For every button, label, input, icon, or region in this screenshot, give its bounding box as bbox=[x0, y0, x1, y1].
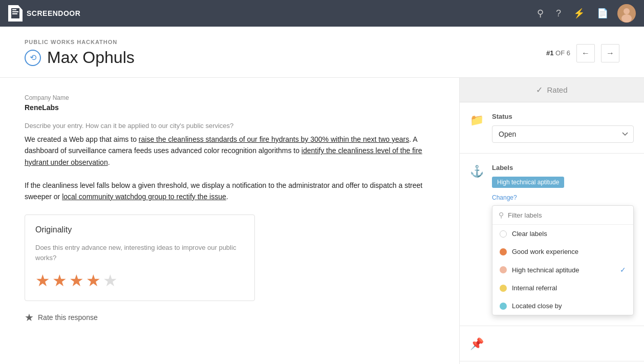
labels-label: Labels bbox=[492, 164, 634, 172]
label-item-high-tech[interactable]: High technical aptitude ✓ bbox=[492, 261, 633, 279]
svg-rect-1 bbox=[12, 9, 16, 10]
current-label-tag: High technical aptitude bbox=[492, 177, 564, 188]
tag-icon: ⚓ bbox=[470, 165, 484, 178]
user-avatar[interactable] bbox=[617, 4, 636, 23]
label-item-clear[interactable]: Clear labels bbox=[492, 225, 633, 243]
labels-search-input[interactable] bbox=[508, 211, 627, 219]
label-located-close-text: Located close by bbox=[512, 302, 562, 310]
company-name-label: Company Name bbox=[25, 94, 435, 101]
label-item-internal-ref[interactable]: Internal referral bbox=[492, 279, 633, 297]
left-panel: Company Name ReneLabs Describe your entr… bbox=[0, 78, 460, 364]
labels-search-bar: ⚲ bbox=[492, 206, 633, 225]
status-content: Status Open In Progress Closed Pending bbox=[492, 113, 634, 143]
answer-text: We created a Web app that aims to raise … bbox=[25, 134, 435, 202]
labels-search-icon: ⚲ bbox=[499, 211, 504, 219]
rate-response-label[interactable]: Rate this response bbox=[38, 313, 98, 322]
pinned-section: 📌 bbox=[460, 326, 644, 361]
label-dot-yellow bbox=[500, 285, 507, 292]
pin-icon: 📌 bbox=[470, 337, 484, 351]
rating-box: Originality Does this entry advance new,… bbox=[25, 215, 255, 301]
header-left: PUBLIC WORKS HACKATHON ⟲ Max Ophuls bbox=[25, 39, 135, 67]
label-good-work-text: Good work experience bbox=[512, 248, 578, 255]
status-label: Status bbox=[492, 113, 634, 120]
app-logo[interactable]: SCREENDOOR bbox=[8, 5, 80, 22]
status-select[interactable]: Open In Progress Closed Pending bbox=[492, 125, 634, 143]
change-label-link[interactable]: Change? bbox=[492, 194, 634, 201]
question-text: Describe your entry. How can it be appli… bbox=[25, 122, 435, 130]
lightning-icon[interactable]: ⚡ bbox=[570, 5, 588, 22]
content-area: Company Name ReneLabs Describe your entr… bbox=[0, 78, 644, 364]
svg-point-6 bbox=[621, 14, 632, 23]
rating-box-title: Originality bbox=[35, 225, 244, 234]
labels-section: ⚓ Labels High technical aptitude Change?… bbox=[460, 154, 644, 326]
rate-response-row: ★ Rate this response bbox=[25, 311, 435, 324]
label-dot-light-orange bbox=[500, 266, 507, 273]
label-internal-ref-text: Internal referral bbox=[512, 284, 557, 292]
star-1[interactable]: ★ bbox=[35, 271, 50, 290]
star-rating[interactable]: ★ ★ ★ ★ ★ bbox=[35, 271, 244, 290]
rated-label: Rated bbox=[547, 85, 567, 94]
rate-response-star-icon[interactable]: ★ bbox=[25, 311, 34, 324]
pagination-label: #1 OF 6 bbox=[546, 49, 570, 57]
folder-icon: 📁 bbox=[470, 114, 484, 127]
page-title: Max Ophuls bbox=[47, 48, 135, 67]
breadcrumb: PUBLIC WORKS HACKATHON bbox=[25, 39, 135, 45]
rating-box-question: Does this entry advance new, interesting… bbox=[35, 243, 244, 263]
label-check-icon: ✓ bbox=[620, 266, 626, 274]
company-name-value: ReneLabs bbox=[25, 103, 435, 112]
next-button[interactable]: → bbox=[601, 44, 619, 62]
star-2[interactable]: ★ bbox=[52, 271, 67, 290]
right-panel: ✓ Rated 📁 Status Open In Progress Closed… bbox=[460, 78, 644, 364]
label-item-located-close[interactable]: Located close by bbox=[492, 297, 633, 315]
label-dot-clear bbox=[500, 230, 507, 238]
back-button[interactable]: ⟲ bbox=[25, 50, 41, 66]
label-tag-text: High technical aptitude bbox=[497, 179, 559, 186]
labels-dropdown: ⚲ Clear labels Good work experience bbox=[492, 205, 634, 315]
star-4[interactable]: ★ bbox=[86, 271, 101, 290]
document-icon[interactable]: 📄 bbox=[594, 5, 611, 22]
label-item-good-work[interactable]: Good work experience bbox=[492, 243, 633, 261]
header-right: #1 OF 6 ← → bbox=[546, 44, 619, 62]
prev-button[interactable]: ← bbox=[576, 44, 595, 62]
label-clear-text: Clear labels bbox=[512, 230, 547, 238]
label-dot-orange bbox=[500, 248, 507, 255]
svg-point-5 bbox=[624, 8, 630, 14]
label-dot-light-blue bbox=[500, 303, 507, 310]
star-5[interactable]: ★ bbox=[103, 271, 118, 290]
lightning-section: ⚡ bbox=[460, 361, 644, 364]
label-high-tech-text: High technical aptitude bbox=[512, 266, 579, 274]
top-navigation: SCREENDOOR ⚲ ? ⚡ 📄 bbox=[0, 0, 644, 27]
main-content: PUBLIC WORKS HACKATHON ⟲ Max Ophuls #1 O… bbox=[0, 27, 644, 364]
labels-content: Labels High technical aptitude Change? ⚲ bbox=[492, 164, 634, 315]
status-section: 📁 Status Open In Progress Closed Pending bbox=[460, 102, 644, 154]
title-row: ⟲ Max Ophuls bbox=[25, 48, 135, 67]
star-3[interactable]: ★ bbox=[69, 271, 84, 290]
svg-rect-3 bbox=[12, 13, 17, 14]
help-icon[interactable]: ? bbox=[553, 5, 564, 22]
logo-icon bbox=[8, 5, 23, 22]
page-header: PUBLIC WORKS HACKATHON ⟲ Max Ophuls #1 O… bbox=[0, 27, 644, 78]
svg-rect-2 bbox=[12, 11, 18, 12]
rated-bar: ✓ Rated bbox=[460, 78, 644, 102]
rated-check-icon: ✓ bbox=[536, 85, 543, 95]
search-icon[interactable]: ⚲ bbox=[534, 5, 547, 22]
